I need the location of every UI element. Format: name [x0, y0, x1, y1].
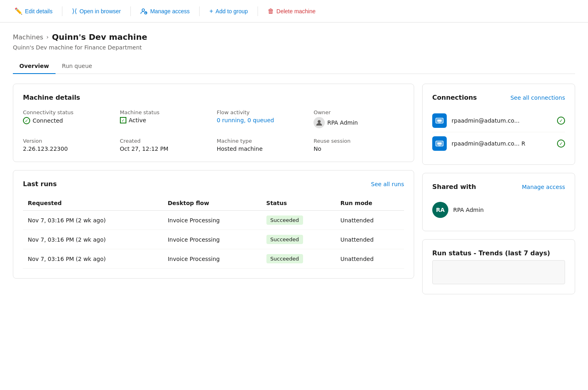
last-runs-header: Last runs See all runs	[23, 180, 404, 188]
detail-created-label: Created	[120, 138, 210, 144]
detail-version: Version 2.26.123.22300	[23, 138, 113, 152]
last-runs-card: Last runs See all runs Requested Desktop…	[13, 170, 414, 279]
detail-owner: Owner RPA Admin	[314, 109, 404, 128]
tab-run-queue[interactable]: Run queue	[56, 59, 99, 74]
detail-machine-type-label: Machine type	[217, 138, 307, 144]
cell-run-mode: Unattended	[336, 230, 404, 249]
toolbar-divider-4	[258, 6, 258, 16]
manage-access-link[interactable]: Manage access	[522, 184, 565, 190]
col-requested: Requested	[23, 196, 163, 211]
browser-icon: ⟩⟨	[72, 7, 77, 15]
connections-list: rpaadmin@adatum.co... ✓ rpaadmin@adatum.…	[432, 109, 565, 155]
svg-rect-5	[437, 119, 442, 122]
connections-title: Connections	[432, 94, 477, 101]
detail-flow-activity-value: 0 running, 0 queued	[217, 117, 307, 123]
add-icon: +	[209, 8, 213, 15]
detail-machine-status-label: Machine status	[120, 109, 210, 115]
cell-status: Succeeded	[262, 230, 336, 249]
cell-requested: Nov 7, 03:16 PM (2 wk ago)	[23, 230, 163, 249]
shared-with-card: Shared with Manage access RA RPA Admin	[422, 173, 575, 231]
cell-desktop-flow: Invoice Processing	[163, 230, 262, 249]
detail-owner-value: RPA Admin	[314, 117, 404, 128]
machine-details-card: Machine details Connectivity status ✓ Co…	[13, 84, 414, 162]
status-badge: Succeeded	[266, 235, 303, 244]
detail-created: Created Oct 27, 12:12 PM	[120, 138, 210, 152]
add-to-group-button[interactable]: + Add to group	[204, 5, 253, 17]
last-runs-title: Last runs	[23, 180, 57, 188]
connection-status-icon: ✓	[557, 140, 565, 148]
cell-requested: Nov 7, 03:16 PM (2 wk ago)	[23, 211, 163, 230]
cell-desktop-flow: Invoice Processing	[163, 211, 262, 230]
toolbar: ✏️ Edit details ⟩⟨ Open in browser Manag…	[0, 0, 588, 23]
svg-rect-10	[438, 146, 441, 146]
connection-email: rpaadmin@adatum.co...	[452, 117, 552, 124]
detail-reuse-session-label: Reuse session	[314, 138, 404, 144]
detail-connectivity-value: ✓ Connected	[23, 117, 113, 124]
detail-connectivity: Connectivity status ✓ Connected	[23, 109, 113, 128]
breadcrumb: Machines › Quinn's Dev machine	[13, 32, 575, 42]
run-status-trends-card: Run status - Trends (last 7 days)	[422, 239, 575, 294]
see-all-connections-link[interactable]: See all connections	[510, 94, 565, 101]
detail-machine-status: Machine status ✓ Active	[120, 109, 210, 128]
shared-users-list: RA RPA Admin	[432, 199, 565, 221]
toolbar-divider-2	[130, 6, 131, 16]
left-column: Machine details Connectivity status ✓ Co…	[13, 84, 414, 294]
detail-machine-type-value: Hosted machine	[217, 146, 307, 152]
col-status: Status	[262, 196, 336, 211]
connection-icon	[432, 136, 447, 151]
manage-access-icon	[140, 8, 148, 15]
user-avatar: RA	[432, 202, 448, 218]
tabs: Overview Run queue	[13, 59, 575, 74]
table-row: Nov 7, 03:16 PM (2 wk ago) Invoice Proce…	[23, 211, 404, 230]
owner-avatar-icon	[314, 117, 325, 128]
breadcrumb-separator: ›	[46, 34, 49, 40]
tab-overview[interactable]: Overview	[13, 59, 56, 74]
shared-user-item: RA RPA Admin	[432, 199, 565, 221]
trends-chart-area	[432, 260, 565, 284]
main-layout: Machine details Connectivity status ✓ Co…	[13, 84, 575, 294]
see-all-runs-link[interactable]: See all runs	[371, 181, 404, 187]
manage-access-button[interactable]: Manage access	[136, 5, 194, 17]
runs-table: Requested Desktop flow Status Run mode N…	[23, 196, 404, 269]
connection-item: rpaadmin@adatum.co... ✓	[432, 109, 565, 132]
detail-flow-activity: Flow activity 0 running, 0 queued	[217, 109, 307, 128]
user-name: RPA Admin	[453, 207, 484, 213]
cell-desktop-flow: Invoice Processing	[163, 249, 262, 269]
connection-email: rpaadmin@adatum.co... R	[452, 140, 552, 147]
table-row: Nov 7, 03:16 PM (2 wk ago) Invoice Proce…	[23, 249, 404, 269]
delete-machine-button[interactable]: 🗑 Delete machine	[263, 5, 320, 17]
detail-version-label: Version	[23, 138, 113, 144]
active-icon: ✓	[120, 117, 126, 123]
detail-machine-status-value: ✓ Active	[120, 117, 210, 123]
edit-details-button[interactable]: ✏️ Edit details	[10, 5, 57, 17]
connections-card: Connections See all connections rpaadmin…	[422, 84, 575, 165]
col-desktop-flow: Desktop flow	[163, 196, 262, 211]
cell-requested: Nov 7, 03:16 PM (2 wk ago)	[23, 249, 163, 269]
detail-reuse-session: Reuse session No	[314, 138, 404, 152]
page-subtitle: Quinn's Dev machine for Finance Departme…	[13, 44, 575, 51]
breadcrumb-parent[interactable]: Machines	[13, 33, 43, 41]
edit-icon: ✏️	[14, 7, 23, 15]
page-content: Machines › Quinn's Dev machine Quinn's D…	[0, 23, 588, 390]
open-in-browser-button[interactable]: ⟩⟨ Open in browser	[67, 5, 126, 17]
shared-with-title: Shared with	[432, 183, 476, 191]
connections-header: Connections See all connections	[432, 94, 565, 101]
machine-details-title: Machine details	[23, 94, 404, 101]
status-badge: Succeeded	[266, 216, 303, 225]
connection-icon	[432, 113, 447, 128]
detail-machine-type: Machine type Hosted machine	[217, 138, 307, 152]
detail-flow-activity-label: Flow activity	[217, 109, 307, 115]
status-badge: Succeeded	[266, 254, 303, 263]
breadcrumb-current: Quinn's Dev machine	[52, 32, 147, 42]
right-column: Connections See all connections rpaadmin…	[422, 84, 575, 294]
detail-reuse-session-value: No	[314, 146, 404, 152]
run-status-trends-title: Run status - Trends (last 7 days)	[432, 249, 565, 257]
svg-rect-9	[437, 142, 442, 145]
svg-rect-6	[438, 123, 441, 123]
cell-status: Succeeded	[262, 211, 336, 230]
detail-owner-label: Owner	[314, 109, 404, 115]
cell-run-mode: Unattended	[336, 249, 404, 269]
connection-item: rpaadmin@adatum.co... R ✓	[432, 132, 565, 155]
connected-icon: ✓	[23, 117, 30, 124]
table-row: Nov 7, 03:16 PM (2 wk ago) Invoice Proce…	[23, 230, 404, 249]
